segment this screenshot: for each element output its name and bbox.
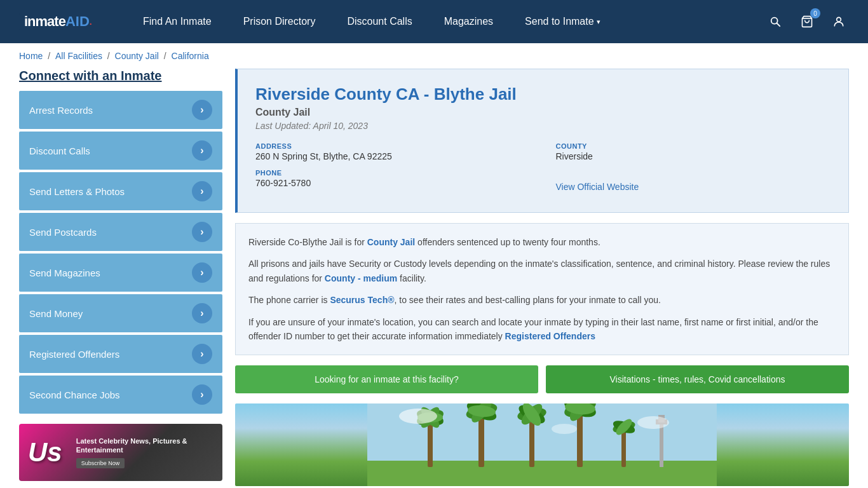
breadcrumb-all-facilities[interactable]: All Facilities [55, 51, 102, 61]
svg-rect-5 [367, 461, 717, 486]
svg-point-3 [837, 17, 841, 22]
breadcrumb-county-jail[interactable]: County Jail [115, 51, 159, 61]
desc-para2: All prisons and jails have Security or C… [248, 257, 836, 285]
breadcrumb: Home / All Facilities / County Jail / Ca… [0, 43, 868, 69]
svg-line-1 [776, 23, 780, 26]
county-jail-link[interactable]: County Jail [367, 237, 415, 247]
arrow-icon: › [192, 181, 212, 201]
main-layout: Connect with an Inmate Arrest Records › … [0, 69, 868, 488]
arrow-icon: › [192, 100, 212, 120]
county-value: Riverside [556, 151, 831, 161]
action-buttons: Looking for an inmate at this facility? … [235, 365, 849, 393]
header: inmateAID. Find An Inmate Prison Directo… [0, 0, 868, 43]
svg-point-35 [637, 416, 669, 429]
sidebar-item-second-chance-jobs[interactable]: Second Chance Jobs › [19, 376, 222, 414]
find-inmate-button[interactable]: Looking for an inmate at this facility? [235, 365, 538, 393]
county-label: COUNTY [556, 142, 831, 150]
address-label: ADDRESS [255, 142, 531, 150]
facility-updated: Last Updated: April 10, 2023 [255, 121, 831, 131]
facility-card: Riverside County CA - Blythe Jail County… [235, 69, 849, 213]
desc-para3: The phone carrier is Securus Tech®, to s… [248, 293, 836, 307]
nav-find-inmate[interactable]: Find An Inmate [127, 0, 227, 43]
sidebar-item-send-magazines[interactable]: Send Magazines › [19, 254, 222, 292]
ad-subscribe-button[interactable]: Subscribe Now [76, 458, 125, 468]
logo[interactable]: inmateAID. [19, 11, 97, 32]
logo-area[interactable]: inmateAID. [19, 11, 108, 32]
user-icon[interactable] [829, 11, 849, 32]
nav-discount-calls[interactable]: Discount Calls [331, 0, 428, 43]
sidebar-item-registered-offenders[interactable]: Registered Offenders › [19, 335, 222, 373]
sidebar-item-send-letters[interactable]: Send Letters & Photos › [19, 172, 222, 210]
desc-para1: Riverside Co-Blythe Jail is for County J… [248, 235, 836, 249]
phone-value: 760-921-5780 [255, 178, 531, 188]
main-nav: Find An Inmate Prison Directory Discount… [127, 0, 765, 43]
arrow-icon: › [192, 344, 212, 364]
nav-icons: 0 [765, 11, 849, 32]
arrow-icon: › [192, 303, 212, 323]
visitation-button[interactable]: Visitations - times, rules, Covid cancel… [546, 365, 849, 393]
address-value: 260 N Spring St, Blythe, CA 92225 [255, 151, 531, 161]
chevron-down-icon: ▾ [597, 18, 600, 26]
content-area: Riverside County CA - Blythe Jail County… [235, 69, 849, 486]
arrow-icon: › [192, 140, 212, 161]
sidebar-item-arrest-records[interactable]: Arrest Records › [19, 91, 222, 129]
website-block: View Official Website [556, 169, 831, 192]
county-medium-link[interactable]: County - medium [325, 273, 397, 283]
description-area: Riverside Co-Blythe Jail is for County J… [235, 223, 849, 355]
ad-text: Latest Celebrity News, Pictures & Entert… [71, 431, 222, 474]
county-block: COUNTY Riverside [556, 142, 831, 161]
website-link[interactable]: View Official Website [556, 182, 639, 192]
svg-point-34 [399, 409, 437, 424]
phone-block: PHONE 760-921-5780 [255, 169, 531, 192]
svg-point-36 [552, 424, 577, 434]
svg-rect-31 [660, 423, 663, 467]
sidebar-ad[interactable]: Us Latest Celebrity News, Pictures & Ent… [19, 424, 222, 481]
nav-prison-directory[interactable]: Prison Directory [227, 0, 332, 43]
sidebar-item-send-money[interactable]: Send Money › [19, 294, 222, 332]
arrow-icon: › [192, 262, 212, 283]
arrow-icon: › [192, 384, 212, 405]
facility-type: County Jail [255, 107, 831, 118]
sidebar: Connect with an Inmate Arrest Records › … [19, 69, 222, 486]
cart-icon[interactable]: 0 [797, 11, 817, 32]
breadcrumb-california[interactable]: California [172, 51, 209, 61]
sidebar-item-discount-calls[interactable]: Discount Calls › [19, 132, 222, 170]
arrow-icon: › [192, 222, 212, 242]
sidebar-title: Connect with an Inmate [19, 69, 222, 83]
phone-label: PHONE [255, 169, 531, 177]
ad-logo: Us [19, 431, 71, 474]
search-icon[interactable] [765, 11, 785, 32]
facility-info-grid: ADDRESS 260 N Spring St, Blythe, CA 9222… [255, 142, 831, 192]
facility-name: Riverside County CA - Blythe Jail [255, 85, 831, 104]
cart-badge: 0 [810, 8, 820, 18]
facility-photo [235, 403, 849, 486]
desc-para4: If you are unsure of your inmate's locat… [248, 315, 836, 344]
registered-offenders-link[interactable]: Registered Offenders [505, 331, 595, 341]
nav-magazines[interactable]: Magazines [428, 0, 509, 43]
breadcrumb-home[interactable]: Home [19, 51, 43, 61]
securus-link[interactable]: Securus Tech® [330, 295, 394, 305]
address-block: ADDRESS 260 N Spring St, Blythe, CA 9222… [255, 142, 531, 161]
sidebar-item-send-postcards[interactable]: Send Postcards › [19, 213, 222, 251]
nav-send-to-inmate[interactable]: Send to Inmate ▾ [509, 0, 616, 43]
